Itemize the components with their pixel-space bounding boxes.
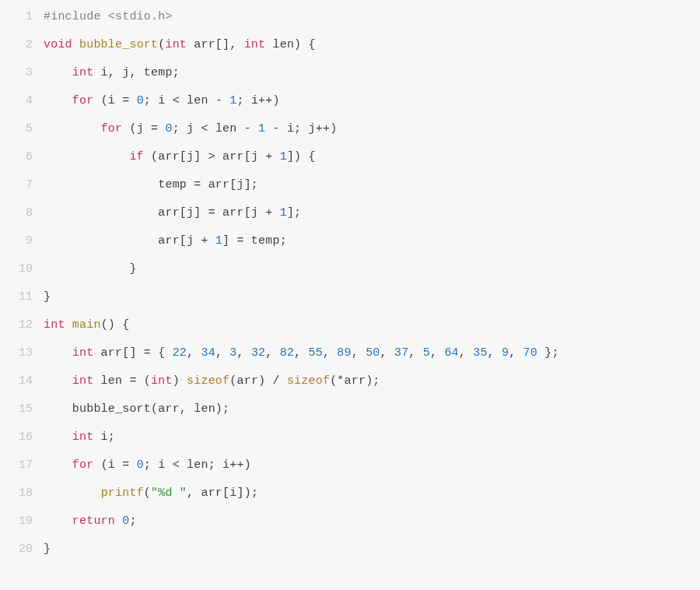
code-token: - <box>273 122 287 135</box>
code-line: 17 for (i = 0; i < len; i++) <box>0 451 700 479</box>
code-token: < <box>173 458 187 472</box>
code-token: [ <box>244 206 251 219</box>
code-token: j <box>187 206 194 219</box>
code-token: ( <box>101 458 108 472</box>
code-token: ; <box>280 234 287 248</box>
code-token <box>144 150 151 163</box>
code-token: ; <box>129 514 136 528</box>
code-token: for <box>72 94 94 107</box>
code-content: int i; <box>44 423 115 451</box>
code-token: + <box>265 206 279 219</box>
code-token: int <box>72 374 94 388</box>
code-token: , <box>129 66 143 79</box>
code-token <box>93 458 100 472</box>
code-token: #include <stdio.h> <box>44 10 173 23</box>
code-token: [ <box>222 486 229 500</box>
code-token: len <box>93 374 129 388</box>
code-line: 14 int len = (int) sizeof(arr) / sizeof(… <box>0 367 700 395</box>
code-token: ]; <box>244 178 258 191</box>
code-content: void bubble_sort(int arr[], int len) { <box>44 31 316 59</box>
code-token: 50 <box>366 346 380 360</box>
code-token: int <box>72 66 94 79</box>
code-token: i <box>287 122 294 135</box>
code-token <box>44 430 72 444</box>
code-token: arr <box>222 150 244 163</box>
code-token: int <box>165 38 187 51</box>
code-token: ] <box>194 206 208 219</box>
code-token: , <box>352 346 366 360</box>
line-number: 9 <box>0 227 44 255</box>
code-token: ++ <box>316 122 330 135</box>
code-content: return 0; <box>44 507 137 536</box>
code-token: 0 <box>137 94 144 107</box>
code-content: temp = arr[j]; <box>44 171 258 199</box>
code-token: ( <box>144 486 151 500</box>
code-token: arr <box>44 234 180 248</box>
code-content: int main() { <box>44 311 129 339</box>
code-token: 22 <box>173 346 187 360</box>
code-token: j <box>251 206 265 219</box>
code-token: , <box>509 346 523 360</box>
code-token: arr <box>93 346 122 360</box>
code-token <box>265 122 272 135</box>
code-token: i <box>158 94 172 107</box>
line-number: 16 <box>0 423 44 451</box>
code-token: ( <box>330 374 337 388</box>
code-token: ( <box>144 374 151 388</box>
code-token: , <box>180 402 194 416</box>
code-token: 1 <box>280 150 287 163</box>
code-token: , <box>187 346 201 360</box>
code-token: ) <box>244 458 251 472</box>
code-token: = <box>151 122 165 135</box>
code-token <box>65 318 72 332</box>
code-token: int <box>244 38 266 51</box>
code-content: } <box>44 255 137 283</box>
code-token: }; <box>537 346 559 360</box>
code-content: for (j = 0; j < len - 1 - i; j++) <box>44 115 337 143</box>
line-number: 3 <box>0 59 44 87</box>
code-token: [] = { <box>122 346 172 360</box>
code-token: + <box>265 150 279 163</box>
code-line: 19 return 0; <box>0 507 700 536</box>
code-token: 70 <box>523 346 537 360</box>
code-token: - <box>244 122 258 135</box>
code-content: int i, j, temp; <box>44 59 180 87</box>
code-token: [], <box>215 38 244 51</box>
code-content: for (i = 0; i < len - 1; i++) <box>44 87 280 115</box>
code-token: ) <box>273 94 280 107</box>
code-content: int arr[] = { 22, 34, 3, 32, 82, 55, 89,… <box>44 339 559 367</box>
line-number: 2 <box>0 31 44 59</box>
code-token: j <box>309 122 316 135</box>
code-content: int len = (int) sizeof(arr) / sizeof(*ar… <box>44 367 380 395</box>
code-token: , <box>488 346 502 360</box>
code-line: 9 arr[j + 1] = temp; <box>0 227 700 255</box>
code-token: arr <box>236 374 258 388</box>
code-token: [ <box>180 206 187 219</box>
line-number: 14 <box>0 367 44 395</box>
code-line: 4 for (i = 0; i < len - 1; i++) <box>0 87 700 115</box>
code-token: 1 <box>280 206 287 219</box>
line-number: 13 <box>0 339 44 367</box>
code-token: ; <box>208 458 222 472</box>
code-token: 34 <box>201 346 215 360</box>
code-token: return <box>72 514 115 528</box>
line-number: 20 <box>0 536 44 564</box>
code-token: i <box>158 458 172 472</box>
code-token: ) { <box>294 38 316 51</box>
code-token: ); <box>215 402 229 416</box>
code-token: i <box>93 66 107 79</box>
line-number: 8 <box>0 199 44 227</box>
line-number: 15 <box>0 395 44 423</box>
code-content: arr[j] = arr[j + 1]; <box>44 199 301 227</box>
code-line: 2void bubble_sort(int arr[], int len) { <box>0 31 700 59</box>
code-token: , <box>236 346 250 360</box>
code-token: [ <box>180 234 187 248</box>
code-token <box>44 346 72 360</box>
code-token: , <box>215 346 229 360</box>
code-token: , <box>380 346 394 360</box>
code-token: 89 <box>337 346 351 360</box>
code-line: 3 int i, j, temp; <box>0 59 700 87</box>
code-token: i <box>108 458 122 472</box>
code-token: ( <box>129 122 136 135</box>
line-number: 4 <box>0 87 44 115</box>
